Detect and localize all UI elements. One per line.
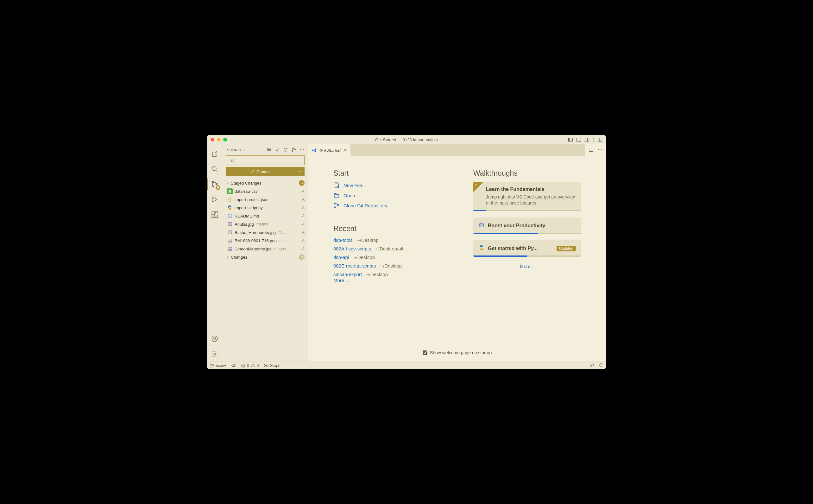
progress-fill [473,210,486,211]
minimize-window-button[interactable] [217,138,221,142]
tab-get-started[interactable]: Get Started ✕ [308,144,350,156]
search-view-icon[interactable] [207,161,222,177]
activitybar: 8 [207,144,223,362]
image-file-icon [227,246,233,252]
recent-item[interactable]: dsp-tools~/Desktop [333,237,457,243]
settings-gear-icon[interactable] [207,346,222,362]
walkthroughs-more-link[interactable]: More... [520,264,535,269]
staged-file-row[interactable]: README.mdA [223,212,308,220]
walkthroughs-list: ✧Learn the FundamentalsJump right into V… [473,182,581,257]
svg-point-27 [292,151,293,152]
staged-file-row[interactable]: Anubis.jpgimagesA [223,220,308,228]
toggle-primary-sidebar-icon[interactable] [568,137,573,142]
recent-more-link[interactable]: More... [333,278,348,283]
staged-file-row[interactable]: import-script.pyA [223,204,308,212]
editor-more-icon[interactable] [597,147,602,154]
svg-rect-16 [212,215,214,217]
svg-rect-17 [215,215,217,217]
svg-point-47 [601,149,602,150]
recent-item[interactable]: dsp-api~/Desktop [333,255,457,260]
svg-point-50 [334,203,336,204]
recent-items: dsp-tools~/Desktop082A-flsgv-scripts~/De… [333,237,457,277]
json-braces-file-icon: {} [227,197,233,202]
staged-file-row[interactable]: BM1888-0601-716.pngim...A [223,236,308,245]
scm-header-actions [267,147,305,153]
customize-layout-icon[interactable] [597,137,602,142]
walkthrough-card[interactable]: Boost your Productivity [473,217,581,234]
new-file-icon [333,182,340,188]
walkthrough-title: Learn the Fundamentals [486,186,576,192]
staged-file-row[interactable]: Basho_Horohoroto.jpgim...A [223,228,308,236]
svg-point-26 [292,148,293,149]
file-status: A [300,197,305,202]
commit-dropdown-button[interactable] [296,167,305,176]
explorer-view-icon[interactable] [207,146,222,161]
status-sync[interactable] [231,363,236,368]
refresh-icon[interactable] [283,147,288,153]
staged-file-row[interactable]: ⊞data-raw.csvA [223,187,308,195]
commit-button-label: Commit [256,169,271,174]
changes-header[interactable]: Changes 0 [223,253,308,261]
svg-point-51 [334,207,336,208]
extensions-view-icon[interactable] [207,207,222,222]
svg-rect-2 [577,138,581,142]
recent-item[interactable]: salsah-export~/Desktop [333,272,457,277]
svg-point-13 [216,183,217,185]
branch-name: main+ [216,363,226,368]
toggle-secondary-sidebar-icon[interactable] [584,137,589,142]
divider [593,137,594,142]
walkthrough-title: Boost your Productivity [478,222,576,230]
progress-fill [473,233,538,234]
svg-rect-6 [598,138,602,142]
file-status: A [300,238,305,243]
status-branch[interactable]: main+ [210,363,226,368]
svg-point-38 [229,232,230,232]
close-tab-icon[interactable]: ✕ [343,148,347,153]
start-item-new-file[interactable]: New File... [333,182,457,188]
staged-changes-header[interactable]: Staged Changes 8 [223,179,308,187]
recent-path: ~/Desktop [380,263,402,268]
feedback-icon[interactable] [590,363,594,368]
svg-point-53 [211,364,211,365]
notifications-icon[interactable] [599,363,603,368]
toggle-panel-icon[interactable] [576,137,581,142]
file-dir: images [256,222,268,226]
recent-path: ~/Desktop [366,272,388,277]
view-as-tree-icon[interactable] [267,147,272,153]
show-on-startup-checkbox[interactable] [423,350,427,355]
walkthrough-card[interactable]: Get started with Py...Updated [473,240,581,257]
recent-item[interactable]: 082A-flsgv-scripts~/Desktop/alt [333,246,457,251]
file-status: A [300,222,305,226]
source-control-view-icon[interactable]: 8 [207,177,222,192]
more-actions-icon[interactable] [299,147,305,153]
start-item-open-folder[interactable]: Open... [333,192,457,198]
commit-button[interactable]: ✓ Commit [226,167,296,176]
commit-message-input[interactable]: init [226,155,305,165]
accounts-icon[interactable] [207,331,222,346]
progress-track [473,210,581,211]
recent-path: ~/Desktop [353,255,375,260]
git-clone-icon [333,202,340,209]
status-gitgraph[interactable]: Git Graph [264,363,280,368]
split-editor-icon[interactable] [589,147,594,154]
titlebar: Get Started — 0123-import-scripts [207,135,606,144]
branch-action-icon[interactable] [291,147,296,153]
changes-label: Changes [231,255,247,260]
start-item-git-clone[interactable]: Clone Git Repository... [333,202,457,209]
staged-file-row[interactable]: GibeonMeteorite.jpgimagesA [223,245,308,253]
image-file-icon [227,230,233,235]
editor-actions [585,144,606,156]
run-debug-view-icon[interactable] [207,192,222,207]
staged-file-row[interactable]: {}import-project.jsonA [223,195,308,204]
commit-action-icon[interactable] [275,147,280,153]
status-problems[interactable]: 0 0 [241,363,259,368]
maximize-window-button[interactable] [223,138,227,142]
tab-title: Get Started [319,148,340,153]
welcome-right: Walkthroughs ✧Learn the FundamentalsJump… [473,169,581,344]
close-window-button[interactable] [211,138,214,142]
walkthrough-title: Get started with Py...Updated [478,245,576,252]
recent-name: 082A-flsgv-scripts [333,246,371,251]
welcome-page: Start New File...Open...Clone Git Reposi… [308,156,606,350]
walkthrough-card[interactable]: ✧Learn the FundamentalsJump right into V… [473,182,581,211]
recent-item[interactable]: 082E-rosetta-scripts~/Desktop [333,263,457,268]
